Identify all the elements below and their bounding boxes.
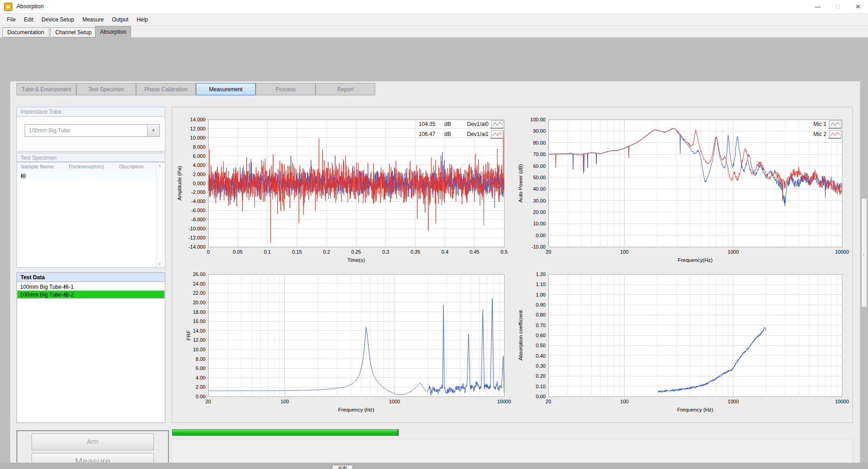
scroll-down-icon[interactable]: ∨ <box>158 262 161 266</box>
svg-text:0.45: 0.45 <box>469 249 479 255</box>
vertical-scrollbar-thumb[interactable]: ‹ <box>861 198 867 307</box>
svg-text:24.00: 24.00 <box>193 281 205 287</box>
svg-text:0.4: 0.4 <box>442 249 448 255</box>
svg-text:106.47: 106.47 <box>419 131 436 137</box>
svg-text:20: 20 <box>205 399 211 404</box>
col-sample-name[interactable]: Sample Name <box>17 162 64 172</box>
subtab-measurement[interactable]: Measurement <box>196 83 256 95</box>
col-discription[interactable]: Discription <box>116 162 157 172</box>
svg-text:1.00: 1.00 <box>536 292 546 297</box>
test-data-header: Test Data <box>16 272 165 282</box>
svg-text:Absorption coefficient: Absorption coefficient <box>518 310 523 360</box>
svg-text:0.35: 0.35 <box>410 249 420 255</box>
svg-text:14.000: 14.000 <box>190 117 205 122</box>
list-item[interactable]: 100mm Big Tube-棉-1 <box>17 283 164 291</box>
svg-text:Frequency(Hz): Frequency(Hz) <box>678 257 712 263</box>
menu-edit[interactable]: Edit <box>20 15 37 25</box>
subtab-test-specimen[interactable]: Test Specimen <box>76 83 136 95</box>
collapse-arrow-icon[interactable]: ‹ <box>863 252 864 257</box>
title-bar: ▶ Absorption — □ ✕ <box>0 0 868 14</box>
absorption-app-window: { "window": {"title": "Absorption", "min… <box>0 0 868 469</box>
progress-bar <box>172 429 399 436</box>
svg-text:0.40: 0.40 <box>536 353 546 359</box>
svg-text:-2.000: -2.000 <box>191 189 205 195</box>
subtab-report[interactable]: Report <box>316 83 375 95</box>
table-row[interactable]: 棉 <box>17 172 157 180</box>
menu-output[interactable]: Output <box>108 15 132 25</box>
svg-text:100: 100 <box>620 399 628 404</box>
list-item-selected[interactable]: 100mm Big Tube-棉-2 <box>17 291 164 298</box>
auto_power-chart: 100.0090.0080.0070.0060.0050.0040.0030.0… <box>518 117 849 263</box>
scroll-up-icon[interactable]: ∧ <box>158 164 161 168</box>
bottom-cut-tab[interactable]: 画图 <box>332 465 353 469</box>
frf-chart: 26.0024.0022.0020.0018.0016.0014.0012.00… <box>186 271 511 412</box>
svg-text:90.00: 90.00 <box>533 128 546 134</box>
svg-text:26.00: 26.00 <box>193 271 205 277</box>
svg-text:Dev1/ai0: Dev1/ai0 <box>467 121 489 127</box>
tab-channel-setup[interactable]: Channel Setup <box>50 27 96 37</box>
svg-text:100.00: 100.00 <box>530 117 546 122</box>
test-specimen-table: Sample Name Thickness(mm) Discription 棉 … <box>16 162 165 268</box>
svg-text:0.15: 0.15 <box>292 249 302 255</box>
svg-text:Time(s): Time(s) <box>347 257 365 263</box>
subtab-tube-environment[interactable]: Tube & Environment <box>16 83 76 95</box>
close-button[interactable]: ✕ <box>848 0 868 14</box>
svg-text:12.000: 12.000 <box>190 126 205 131</box>
svg-text:0.3: 0.3 <box>382 249 389 255</box>
menu-file[interactable]: File <box>3 15 20 25</box>
svg-text:0.25: 0.25 <box>351 249 361 255</box>
legend-plot-icon <box>828 130 841 138</box>
absorption-chart: 1.201.101.000.900.800.700.600.500.400.30… <box>518 271 849 412</box>
subtab-process[interactable]: Process <box>256 83 316 95</box>
svg-text:Amplitude (Pa): Amplitude (Pa) <box>177 166 182 200</box>
svg-text:10.000: 10.000 <box>190 135 205 141</box>
svg-text:-8.000: -8.000 <box>191 217 205 222</box>
svg-text:0.10: 0.10 <box>536 384 546 389</box>
svg-text:50.00: 50.00 <box>533 175 546 180</box>
tab-content-area: Tube & Environment Test Specimen Phase C… <box>0 37 868 469</box>
chevron-down-icon[interactable]: ▼ <box>147 125 159 136</box>
svg-text:0.50: 0.50 <box>536 343 546 348</box>
svg-text:20.00: 20.00 <box>193 300 205 305</box>
svg-text:8.000: 8.000 <box>193 144 205 150</box>
menu-device-setup[interactable]: Device Setup <box>37 15 78 25</box>
svg-text:60.00: 60.00 <box>533 163 546 169</box>
svg-text:6.00: 6.00 <box>196 365 205 371</box>
minimize-button[interactable]: — <box>808 0 828 14</box>
svg-text:10.00: 10.00 <box>193 347 205 352</box>
window-title: Absorption <box>16 3 44 10</box>
svg-text:0: 0 <box>207 249 210 255</box>
svg-text:10.00: 10.00 <box>533 221 546 226</box>
specimen-table-scrollbar[interactable]: ∧ ∨ <box>156 162 165 267</box>
subtab-phase-calibration[interactable]: Phase Calibration <box>136 83 196 95</box>
svg-text:18.00: 18.00 <box>193 309 205 315</box>
col-thickness[interactable]: Thickness(mm) <box>64 162 116 172</box>
svg-text:-6.000: -6.000 <box>191 208 205 213</box>
app-icon-arrow: ▶ <box>7 4 11 9</box>
svg-text:10000: 10000 <box>497 399 511 404</box>
tab-documentation[interactable]: Documentation <box>2 27 49 37</box>
svg-text:1.20: 1.20 <box>536 271 546 277</box>
svg-text:80.00: 80.00 <box>533 140 546 146</box>
svg-text:dB: dB <box>444 121 451 127</box>
tube-select-value: 100mm Big Tube <box>29 127 70 134</box>
svg-text:30.00: 30.00 <box>533 198 546 203</box>
svg-text:0.000: 0.000 <box>193 181 205 186</box>
svg-text:2.00: 2.00 <box>196 384 205 390</box>
svg-text:40.00: 40.00 <box>533 186 546 192</box>
svg-text:0.1: 0.1 <box>264 249 271 255</box>
svg-text:-4.000: -4.000 <box>191 198 205 204</box>
svg-text:-12.000: -12.000 <box>189 235 205 240</box>
svg-text:0.5: 0.5 <box>500 249 507 255</box>
svg-text:Dev1/ai1: Dev1/ai1 <box>467 131 489 137</box>
tube-select[interactable]: 100mm Big Tube ▼ <box>25 124 160 137</box>
svg-text:-10.00: -10.00 <box>531 244 546 250</box>
svg-text:70.00: 70.00 <box>533 151 546 157</box>
svg-text:20.00: 20.00 <box>533 209 546 215</box>
tab-absorption[interactable]: Absorption <box>95 26 131 37</box>
svg-text:0.20: 0.20 <box>536 373 546 379</box>
svg-text:8.00: 8.00 <box>196 356 205 362</box>
menu-help[interactable]: Help <box>132 15 152 25</box>
svg-text:4.000: 4.000 <box>193 162 205 168</box>
menu-measure[interactable]: Measure <box>78 15 108 25</box>
